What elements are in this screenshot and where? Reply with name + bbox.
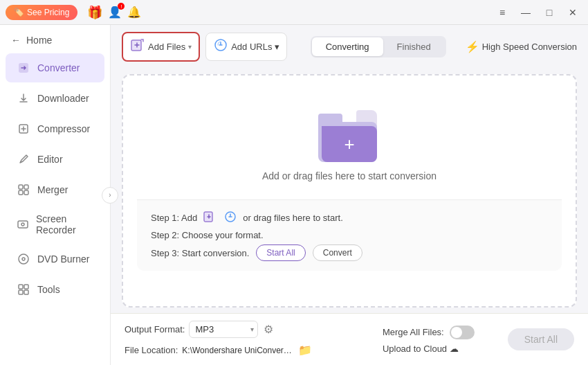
step1-add-icon [203,210,217,226]
step3-text: Step 3: Start conversion. [151,248,249,258]
bottom-right: Merge All Files: Upload to Cloud ☁ [383,326,475,354]
title-bar-left: 🏷️ See Pricing 🎁 👤! 🔔 [6,5,493,20]
drop-area-container: + Add or drag files here to start conver… [111,69,588,313]
back-arrow-icon: ← [11,35,21,46]
menu-icon[interactable]: ≡ [493,3,512,22]
close-button[interactable]: ✕ [563,3,582,22]
upload-cloud-button[interactable]: Upload to Cloud ☁ [383,344,475,354]
merger-icon [17,183,30,197]
add-url-button[interactable]: Add URLs ▾ [205,33,287,61]
high-speed-label: High Speed Conversion [482,42,577,52]
merge-all-label: Merge All Files: [383,327,444,337]
screen-recorder-label: Screen Recorder [36,213,93,235]
drop-area[interactable]: + Add or drag files here to start conver… [122,74,577,308]
see-pricing-button[interactable]: 🏷️ See Pricing [6,5,77,20]
sidebar-item-screen-recorder[interactable]: Screen Recorder [6,206,104,243]
maximize-button[interactable]: □ [540,3,559,22]
start-all-button[interactable]: Start All [508,328,574,350]
add-file-chevron-icon: ▾ [188,43,192,51]
converter-icon [17,61,30,75]
finished-tab[interactable]: Finished [383,37,445,56]
cloud-icon: ☁ [450,344,459,354]
sidebar: ← Home Converter Downloader [0,25,111,365]
add-url-icon [213,37,228,56]
svg-rect-6 [18,221,28,228]
merge-section: Merge All Files: [383,326,475,339]
step3-convert-button[interactable]: Convert [313,244,362,261]
bell-icon[interactable]: 🔔 [127,6,141,19]
see-pricing-label: See Pricing [27,8,69,17]
tools-label: Tools [37,284,60,295]
compressor-label: Compressor [37,123,90,134]
svg-rect-3 [24,185,28,189]
downloader-label: Downloader [37,93,89,104]
output-format-field: Output Format: MP3 MP4 AVI MOV ▾ ⚙ [125,321,313,338]
file-location-row: File Location: K:\Wondershare UniConvert… [125,342,313,358]
editor-icon [17,152,30,166]
pricing-icon: 🏷️ [14,8,24,17]
file-location-browse-button[interactable]: 📁 [297,342,313,358]
tools-icon [17,283,30,296]
sidebar-collapse-button[interactable]: › [102,187,118,204]
main-content: Add Files ▾ Add URLs ▾ Converting [111,25,588,365]
svg-rect-13 [24,290,28,294]
sidebar-item-compressor[interactable]: Compressor [6,114,104,143]
output-format-label: Output Format: [125,324,185,335]
svg-rect-10 [19,285,23,289]
step1-row: Step 1: Add [151,210,548,226]
add-file-button[interactable]: Add Files ▾ [122,32,200,62]
step1-url-icon [223,210,237,226]
converter-label: Converter [37,62,80,73]
output-format-select[interactable]: MP3 MP4 AVI MOV [189,321,258,338]
sidebar-item-converter[interactable]: Converter [6,53,104,82]
step2-text: Step 2: Choose your format. [151,230,264,240]
steps-section: Step 1: Add [137,199,562,271]
upload-cloud-label: Upload to Cloud [383,344,447,354]
folder-icon: + [318,110,380,162]
step3-row: Step 3: Start conversion. Start All Conv… [151,244,548,261]
editor-label: Editor [37,154,63,165]
gift-icon[interactable]: 🎁 [87,5,102,20]
svg-rect-5 [24,190,28,195]
minimize-button[interactable]: — [516,3,535,22]
lightning-icon: ⚡ [466,40,479,53]
file-location-label: File Location: [125,345,178,355]
output-format-settings-button[interactable]: ⚙ [262,321,275,337]
merge-all-toggle[interactable] [450,326,475,339]
svg-point-7 [21,223,24,226]
sidebar-item-editor[interactable]: Editor [6,145,104,174]
screen-recorder-icon [17,217,29,231]
bottom-left: Output Format: MP3 MP4 AVI MOV ▾ ⚙ File … [125,321,313,358]
converting-tab[interactable]: Converting [312,37,383,56]
bottom-actions: Start All [497,328,574,350]
sidebar-item-home[interactable]: ← Home [0,28,110,53]
svg-point-8 [19,254,28,264]
add-file-label: Add Files [148,42,185,52]
title-bar: 🏷️ See Pricing 🎁 👤! 🔔 ≡ — □ ✕ [0,0,588,25]
dvd-burner-label: DVD Burner [37,253,89,265]
step3-start-all-button[interactable]: Start All [256,244,305,261]
add-url-chevron-icon: ▾ [275,42,279,52]
bottom-bar: Output Format: MP3 MP4 AVI MOV ▾ ⚙ File … [111,313,588,365]
sidebar-item-dvd-burner[interactable]: DVD Burner [6,244,104,274]
downloader-icon [17,91,30,105]
user-icon[interactable]: 👤! [108,6,122,19]
window-controls: ≡ — □ ✕ [493,3,582,22]
svg-rect-12 [19,290,23,294]
sidebar-item-tools[interactable]: Tools [6,275,104,304]
dvd-burner-icon [17,252,30,266]
svg-point-9 [22,258,25,260]
svg-rect-11 [24,285,28,289]
add-url-label: Add URLs [231,42,272,52]
home-label: Home [26,35,52,46]
step2-row: Step 2: Choose your format. [151,230,548,240]
sidebar-item-merger[interactable]: Merger [6,175,104,204]
svg-rect-2 [19,185,23,189]
compressor-icon [17,122,30,136]
sidebar-item-downloader[interactable]: Downloader [6,84,104,113]
app-body: ← Home Converter Downloader [0,25,588,365]
step1-text: Step 1: Add [151,213,197,223]
high-speed-button[interactable]: ⚡ High Speed Conversion [466,40,577,53]
output-format-select-wrapper: MP3 MP4 AVI MOV ▾ [189,321,258,338]
drop-label: Add or drag files here to start conversi… [262,170,437,181]
